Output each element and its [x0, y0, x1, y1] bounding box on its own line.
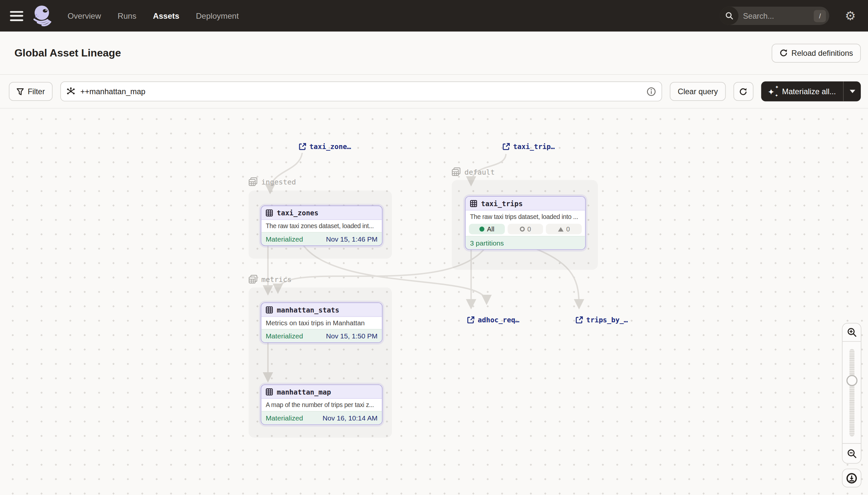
external-asset-taxi-trip[interactable]: taxi_trip…	[502, 142, 555, 151]
asset-selection-query	[60, 81, 662, 101]
filled-dot-icon	[479, 226, 484, 232]
asset-node-taxi-zones[interactable]: taxi_zones The raw taxi zones dataset, l…	[261, 205, 383, 246]
lineage-edges	[0, 109, 868, 495]
lineage-toolbar: Filter Clear query ✦✦✦ Materialize all..…	[0, 75, 868, 109]
status-badge: Materialized	[266, 414, 303, 422]
query-input[interactable]	[81, 87, 642, 96]
recenter-view-button[interactable]	[842, 469, 862, 488]
nav-overview[interactable]: Overview	[68, 12, 101, 20]
zoom-slider-track[interactable]	[849, 349, 854, 437]
global-search[interactable]: /	[720, 6, 829, 25]
partitions-count[interactable]: 3 partitions	[465, 236, 585, 250]
filter-funnel-icon	[17, 88, 24, 95]
asset-title: manhattan_map	[277, 387, 331, 395]
clear-query-button[interactable]: Clear query	[670, 82, 725, 101]
group-label-metrics[interactable]: metrics	[249, 275, 291, 284]
zoom-in-icon	[847, 327, 856, 337]
search-shortcut-key: /	[814, 10, 826, 22]
asset-description: Metrics on taxi trips in Manhattan	[262, 317, 382, 329]
nav-assets[interactable]: Assets	[153, 12, 179, 20]
sparkle-icon: ✦✦✦	[768, 87, 778, 96]
external-link-icon	[467, 317, 474, 324]
triangle-icon	[558, 227, 564, 232]
top-navigation-bar: Overview Runs Assets Deployment / ⚙	[0, 0, 868, 32]
refresh-icon	[739, 87, 747, 96]
zoom-slider-thumb[interactable]	[846, 375, 857, 386]
external-link-icon	[576, 317, 583, 324]
materialization-timestamp[interactable]: Nov 15, 1:50 PM	[326, 332, 377, 340]
table-icon	[266, 388, 273, 395]
reload-definitions-button[interactable]: Reload definitions	[772, 43, 861, 62]
zoom-in-button[interactable]	[842, 323, 862, 342]
materialized-partitions-badge: All	[469, 224, 504, 234]
group-label-default[interactable]: default	[452, 167, 495, 176]
group-table-icon	[452, 167, 461, 176]
materialization-timestamp[interactable]: Nov 16, 10:14 AM	[322, 414, 377, 422]
asset-node-manhattan-map[interactable]: manhattan_map A map of the number of tri…	[261, 385, 383, 425]
materialize-options-caret[interactable]	[844, 81, 861, 101]
search-icon	[720, 6, 739, 25]
status-badge: Materialized	[266, 332, 303, 340]
asset-description: The raw taxi zones dataset, loaded int..…	[262, 220, 382, 232]
zoom-out-icon	[847, 448, 856, 458]
external-asset-adhoc-req[interactable]: adhoc_req…	[467, 316, 519, 324]
table-icon	[470, 200, 477, 207]
external-asset-trips-by[interactable]: trips_by_…	[576, 316, 628, 324]
app-window: Overview Runs Assets Deployment / ⚙ Glob…	[0, 0, 868, 495]
status-badge: Materialized	[266, 235, 303, 243]
search-input[interactable]	[739, 12, 814, 20]
asset-node-manhattan-stats[interactable]: manhattan_stats Metrics on taxi trips in…	[261, 302, 383, 343]
zoom-controls	[842, 323, 862, 488]
reload-icon	[779, 49, 787, 57]
materialize-all-button[interactable]: ✦✦✦ Materialize all...	[761, 81, 843, 101]
group-table-icon	[249, 177, 258, 186]
external-link-icon	[502, 143, 510, 150]
partition-health-badges: All 0 0	[465, 222, 585, 236]
group-label-ingested[interactable]: ingested	[249, 177, 296, 186]
dagster-logo[interactable]	[31, 3, 54, 29]
page-title: Global Asset Lineage	[14, 47, 121, 59]
asset-title: taxi_zones	[277, 208, 319, 217]
table-icon	[266, 306, 273, 313]
asset-description: A map of the number of trips per taxi z.…	[262, 399, 382, 411]
hamburger-menu-icon[interactable]	[10, 11, 23, 21]
table-icon	[266, 209, 273, 216]
page-header: Global Asset Lineage Reload definitions	[0, 32, 868, 75]
failed-partitions-badge: 0	[508, 224, 543, 234]
asset-title: taxi_trips	[481, 199, 522, 207]
nav-deployment[interactable]: Deployment	[196, 12, 239, 20]
chevron-down-icon	[849, 90, 855, 93]
group-table-icon	[249, 275, 258, 284]
external-asset-taxi-zone[interactable]: taxi_zone…	[299, 142, 351, 151]
ring-icon	[520, 226, 525, 232]
external-link-icon	[299, 143, 306, 150]
filter-button[interactable]: Filter	[9, 82, 53, 101]
recenter-icon	[846, 472, 857, 484]
zoom-slider[interactable]	[842, 342, 862, 443]
asset-description: The raw taxi trips dataset, loaded into …	[465, 210, 585, 222]
refresh-button[interactable]	[733, 82, 753, 101]
materialize-all-split-button: ✦✦✦ Materialize all...	[761, 81, 861, 101]
missing-partitions-badge: 0	[546, 224, 582, 234]
settings-gear-icon[interactable]: ⚙	[845, 10, 856, 22]
asset-title: manhattan_stats	[277, 306, 339, 314]
zoom-out-button[interactable]	[842, 443, 862, 463]
nav-runs[interactable]: Runs	[118, 12, 136, 20]
materialization-timestamp[interactable]: Nov 15, 1:46 PM	[326, 235, 377, 243]
graph-selector-icon	[67, 87, 75, 96]
query-info-icon[interactable]	[647, 87, 656, 96]
main-nav: Overview Runs Assets Deployment	[68, 12, 239, 20]
lineage-graph-canvas[interactable]: ingested default metrics taxi_zone… taxi…	[0, 109, 868, 495]
asset-node-taxi-trips[interactable]: taxi_trips The raw taxi trips dataset, l…	[465, 196, 586, 250]
